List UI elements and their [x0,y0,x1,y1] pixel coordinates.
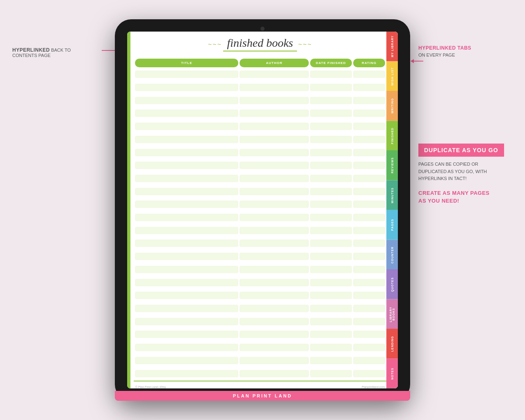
cell-author[interactable] [240,253,308,260]
tab-writing[interactable]: WRITING [386,91,398,121]
tab-minutes[interactable]: MINUTES [386,180,398,210]
cell-date[interactable] [310,344,352,351]
cell-author[interactable] [240,149,308,156]
cell-title[interactable] [135,344,238,351]
tab-counter[interactable]: COUNTER [386,240,398,270]
cell-author[interactable] [240,240,308,247]
cell-rating[interactable] [353,162,385,169]
cell-author[interactable] [240,97,308,104]
cell-title[interactable] [135,331,238,338]
cell-date[interactable] [310,266,352,273]
cell-author[interactable] [240,227,308,234]
cell-title[interactable] [135,305,238,312]
cell-date[interactable] [310,84,352,91]
header-rating[interactable]: RATING [353,59,385,67]
cell-author[interactable] [240,201,308,208]
cell-author[interactable] [240,110,308,117]
cell-title[interactable] [135,136,238,143]
header-title[interactable]: TITLE [135,59,238,67]
cell-date[interactable] [310,331,352,338]
cell-date[interactable] [310,175,352,182]
cell-author[interactable] [240,214,308,221]
cell-author[interactable] [240,370,308,377]
cell-title[interactable] [135,110,238,117]
cell-title[interactable] [135,227,238,234]
cell-author[interactable] [240,292,308,299]
tab-finished[interactable]: FINISHED [386,121,398,151]
cell-author[interactable] [240,305,308,312]
cell-title[interactable] [135,149,238,156]
cell-title[interactable] [135,71,238,78]
cell-author[interactable] [240,266,308,273]
cell-rating[interactable] [353,84,385,91]
cell-title[interactable] [135,370,238,377]
cell-rating[interactable] [353,175,385,182]
tab-notes[interactable]: NOTES [386,359,398,389]
cell-author[interactable] [240,162,308,169]
cell-rating[interactable] [353,240,385,247]
cell-rating[interactable] [353,253,385,260]
cell-rating[interactable] [353,188,385,195]
tab-wish-list[interactable]: WISH LIST [386,62,398,91]
cell-date[interactable] [310,227,352,234]
tab-pages[interactable]: PAGES [386,210,398,240]
cell-title[interactable] [135,84,238,91]
cell-rating[interactable] [353,370,385,377]
cell-author[interactable] [240,71,308,78]
cell-date[interactable] [310,71,352,78]
tab-lending[interactable]: LENDING [386,329,398,359]
tab-reviews[interactable]: REVIEWS [386,151,398,180]
cell-rating[interactable] [353,110,385,117]
cell-rating[interactable] [353,331,385,338]
tab-my-library[interactable]: MY LIBRARY [386,32,398,62]
cell-date[interactable] [310,214,352,221]
cell-author[interactable] [240,357,308,364]
cell-date[interactable] [310,136,352,143]
cell-date[interactable] [310,97,352,104]
cell-rating[interactable] [353,149,385,156]
cell-date[interactable] [310,370,352,377]
cell-title[interactable] [135,292,238,299]
cell-date[interactable] [310,240,352,247]
cell-title[interactable] [135,97,238,104]
cell-rating[interactable] [353,214,385,221]
cell-rating[interactable] [353,305,385,312]
cell-rating[interactable] [353,344,385,351]
header-date[interactable]: DATE FINISHED [310,59,352,67]
cell-date[interactable] [310,305,352,312]
cell-title[interactable] [135,240,238,247]
cell-title[interactable] [135,175,238,182]
cell-rating[interactable] [353,292,385,299]
cell-author[interactable] [240,188,308,195]
cell-rating[interactable] [353,123,385,130]
cell-author[interactable] [240,136,308,143]
cell-date[interactable] [310,279,352,286]
cell-author[interactable] [240,279,308,286]
cell-author[interactable] [240,318,308,325]
cell-rating[interactable] [353,201,385,208]
cell-date[interactable] [310,110,352,117]
cell-title[interactable] [135,357,238,364]
cell-rating[interactable] [353,279,385,286]
cell-date[interactable] [310,357,352,364]
cell-date[interactable] [310,292,352,299]
cell-author[interactable] [240,175,308,182]
cell-title[interactable] [135,214,238,221]
cell-date[interactable] [310,188,352,195]
cell-date[interactable] [310,318,352,325]
cell-title[interactable] [135,318,238,325]
cell-rating[interactable] [353,227,385,234]
cell-date[interactable] [310,162,352,169]
cell-rating[interactable] [353,97,385,104]
cell-title[interactable] [135,279,238,286]
cell-date[interactable] [310,123,352,130]
cell-author[interactable] [240,123,308,130]
cell-author[interactable] [240,331,308,338]
cell-title[interactable] [135,201,238,208]
cell-title[interactable] [135,253,238,260]
tab-library-books[interactable]: LIBRARY BOOKS [386,299,398,329]
cell-date[interactable] [310,201,352,208]
tab-quotes[interactable]: QUOTES [386,269,398,299]
header-author[interactable]: AUTHOR [240,59,308,67]
cell-title[interactable] [135,188,238,195]
